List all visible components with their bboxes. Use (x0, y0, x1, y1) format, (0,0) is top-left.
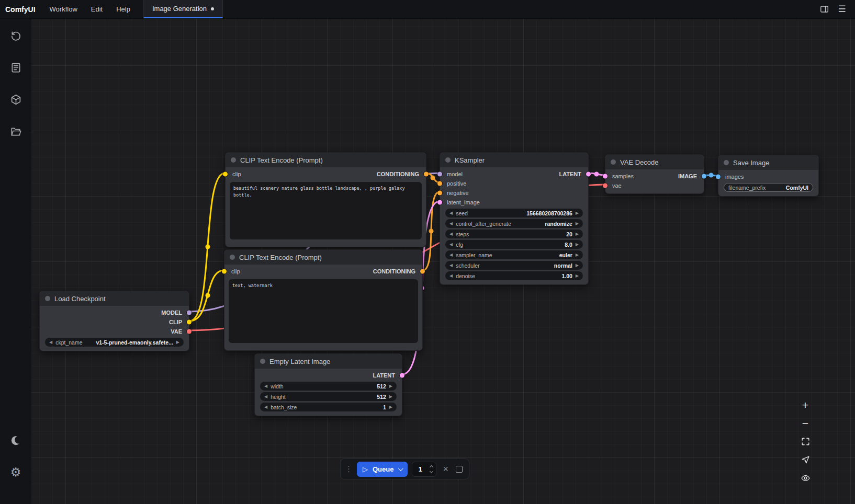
arrow-left-icon[interactable]: ◀ (449, 253, 453, 257)
drag-handle-icon[interactable]: ⋮ (344, 464, 353, 474)
node-collapse-dot[interactable] (230, 255, 235, 260)
node-title-bar[interactable]: CLIP Text Encode (Prompt) (226, 153, 426, 167)
clear-queue-icon[interactable]: × (441, 464, 451, 475)
arrow-right-icon[interactable]: ▶ (176, 340, 179, 345)
zoom-out-icon[interactable]: − (800, 418, 811, 428)
select-mode-icon[interactable] (800, 454, 811, 465)
widget-steps[interactable]: ◀ steps 20 ▶ (445, 230, 583, 238)
menu-help[interactable]: Help (109, 0, 137, 18)
port-dot-model-output[interactable] (187, 311, 192, 315)
node-collapse-dot[interactable] (445, 157, 451, 163)
port-dot-image-output[interactable] (702, 174, 706, 179)
port-dot-clip-input[interactable] (222, 269, 227, 274)
widget-height[interactable]: ◀ height 512 ▶ (260, 392, 397, 401)
logs-icon[interactable] (6, 58, 25, 77)
settings-gear-icon[interactable]: ⚙ (6, 463, 25, 482)
node-empty-latent-image[interactable]: Empty Latent Image LATENT ◀ width 512 ▶ … (254, 353, 402, 416)
prompt-text-input[interactable]: beautiful scenery nature glass bottle la… (230, 182, 422, 239)
widget-denoise[interactable]: ◀ denoise 1.00 ▶ (445, 271, 583, 280)
widget-cfg[interactable]: ◀ cfg 8.0 ▶ (445, 240, 583, 249)
prompt-text-input[interactable]: text, watermark (229, 279, 418, 343)
port-dot-negative-input[interactable] (437, 191, 442, 196)
port-dot-images-input[interactable] (716, 175, 721, 179)
stepper-up-icon[interactable] (430, 465, 433, 468)
node-collapse-dot[interactable] (260, 359, 265, 364)
port-dot-latent-image-input[interactable] (437, 200, 442, 205)
arrow-left-icon[interactable]: ◀ (264, 384, 267, 388)
node-title-bar[interactable]: KSampler (440, 153, 588, 167)
port-dot-vae-input[interactable] (603, 184, 608, 188)
port-dot-clip-output[interactable] (187, 320, 192, 325)
theme-moon-icon[interactable] (6, 431, 25, 450)
node-title-bar[interactable]: CLIP Text Encode (Prompt) (224, 250, 422, 265)
node-title-bar[interactable]: Save Image (718, 155, 818, 170)
widget-filename-prefix[interactable]: filename_prefix ComfyUI (724, 183, 813, 192)
arrow-left-icon[interactable]: ◀ (49, 340, 52, 345)
widget-batch-size[interactable]: ◀ batch_size 1 ▶ (260, 403, 397, 411)
batch-count-box[interactable] (412, 462, 436, 477)
arrow-right-icon[interactable]: ▶ (576, 232, 579, 236)
arrow-right-icon[interactable]: ▶ (576, 211, 579, 215)
toggle-link-visibility-eye-icon[interactable] (800, 473, 811, 483)
arrow-left-icon[interactable]: ◀ (449, 211, 453, 215)
node-clip-text-encode-positive[interactable]: CLIP Text Encode (Prompt) clip CONDITION… (225, 152, 426, 247)
menu-edit[interactable]: Edit (84, 0, 109, 18)
port-dot-model-input[interactable] (437, 172, 442, 177)
history-icon[interactable] (6, 26, 25, 45)
node-collapse-dot[interactable] (724, 160, 729, 165)
node-vae-decode[interactable]: VAE Decode samples IMAGE vae (605, 154, 704, 194)
fit-view-icon[interactable] (800, 436, 811, 446)
model-library-icon[interactable] (6, 90, 25, 109)
arrow-left-icon[interactable]: ◀ (449, 232, 453, 236)
widget-control-after-generate[interactable]: ◀ control_after_generate randomize ▶ (445, 219, 583, 228)
arrow-right-icon[interactable]: ▶ (576, 253, 579, 257)
arrow-left-icon[interactable]: ◀ (449, 264, 453, 268)
node-clip-text-encode-negative[interactable]: CLIP Text Encode (Prompt) clip CONDITION… (224, 249, 423, 351)
port-dot-latent-output[interactable] (400, 373, 404, 378)
arrow-right-icon[interactable]: ▶ (576, 222, 579, 226)
menu-workflow[interactable]: Workflow (43, 0, 84, 18)
node-collapse-dot[interactable] (611, 159, 616, 165)
graph-canvas[interactable]: Load Checkpoint MODEL CLIP VAE ◀ ckpt_na… (0, 0, 855, 504)
port-dot-samples-input[interactable] (603, 174, 608, 179)
zoom-in-icon[interactable]: + (800, 399, 811, 410)
port-dot-conditioning-output[interactable] (420, 269, 425, 274)
port-dot-clip-input[interactable] (223, 172, 228, 177)
widget-ckpt-name[interactable]: ◀ ckpt_name v1-5-pruned-emaonly.safete..… (45, 338, 184, 347)
node-title-bar[interactable]: Empty Latent Image (255, 354, 402, 369)
batch-count-input[interactable] (413, 465, 427, 473)
stop-icon[interactable] (456, 466, 463, 473)
node-collapse-dot[interactable] (231, 157, 236, 163)
port-dot-positive-input[interactable] (437, 181, 442, 186)
tab-image-generation[interactable]: Image Generation (143, 0, 223, 18)
node-collapse-dot[interactable] (45, 296, 50, 301)
arrow-right-icon[interactable]: ▶ (576, 264, 579, 268)
widget-sampler-name[interactable]: ◀ sampler_name euler ▶ (445, 250, 583, 259)
arrow-right-icon[interactable]: ▶ (389, 405, 392, 409)
arrow-left-icon[interactable]: ◀ (449, 222, 453, 226)
widget-seed[interactable]: ◀ seed 156680208700286 ▶ (445, 209, 583, 217)
port-dot-vae-output[interactable] (187, 329, 192, 334)
arrow-right-icon[interactable]: ▶ (576, 243, 579, 247)
node-title-bar[interactable]: VAE Decode (605, 155, 704, 169)
widget-scheduler[interactable]: ◀ scheduler normal ▶ (445, 261, 583, 270)
count-steppers[interactable] (430, 466, 433, 473)
port-dot-conditioning-output[interactable] (424, 172, 429, 177)
arrow-right-icon[interactable]: ▶ (576, 274, 579, 278)
node-save-image[interactable]: Save Image images filename_prefix ComfyU… (718, 155, 819, 197)
widget-width[interactable]: ◀ width 512 ▶ (260, 382, 397, 391)
node-ksampler[interactable]: KSampler model LATENT positive negative … (440, 152, 589, 285)
node-title-bar[interactable]: Load Checkpoint (40, 291, 189, 306)
arrow-right-icon[interactable]: ▶ (389, 395, 392, 399)
arrow-left-icon[interactable]: ◀ (449, 243, 453, 247)
arrow-right-icon[interactable]: ▶ (389, 384, 392, 388)
chevron-down-icon[interactable] (398, 466, 403, 471)
arrow-left-icon[interactable]: ◀ (264, 405, 267, 409)
stepper-down-icon[interactable] (430, 469, 433, 473)
arrow-left-icon[interactable]: ◀ (449, 274, 453, 278)
workflows-folder-icon[interactable] (6, 122, 25, 141)
port-dot-latent-output[interactable] (586, 172, 591, 177)
node-load-checkpoint[interactable]: Load Checkpoint MODEL CLIP VAE ◀ ckpt_na… (39, 291, 189, 351)
toggle-panel-icon[interactable] (816, 2, 832, 17)
queue-button[interactable]: ▷ Queue (357, 462, 408, 477)
